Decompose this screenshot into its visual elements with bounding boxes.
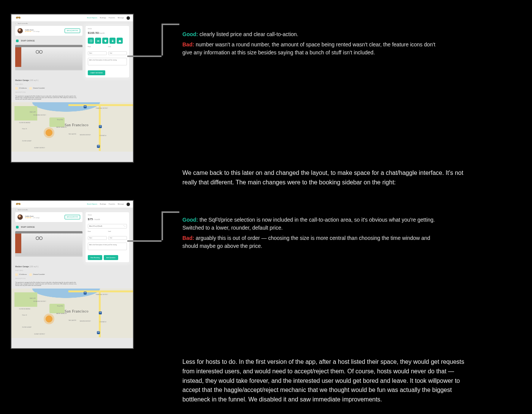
size-select[interactable]: About 50 sq ft (Small) ⌃⌄ bbox=[88, 224, 127, 228]
host-meta: Isabela Zarate ★★★★☆ 125 ratings bbox=[25, 216, 62, 219]
district-label: OUTER SUNSET bbox=[22, 327, 32, 328]
district-label: DOGPATCH bbox=[100, 321, 106, 323]
district-label: MISSION DISTRICT bbox=[80, 134, 91, 136]
map-area[interactable]: San Francisco SEA CLIFF RICHMOND DISTRIC… bbox=[11, 289, 133, 338]
feature-icon-row bbox=[88, 38, 127, 44]
good-label: Good: bbox=[182, 31, 198, 37]
feature-home-icon bbox=[117, 38, 123, 44]
district-label: FINANCIAL DISTRICT bbox=[96, 108, 108, 109]
district-label: HAIGHT ASHBURY bbox=[56, 127, 67, 128]
date-row: From Until bbox=[88, 46, 127, 56]
bike-icon bbox=[36, 49, 43, 53]
from-input[interactable] bbox=[88, 51, 107, 55]
chevron-left-icon: ‹ bbox=[15, 23, 17, 24]
listing-title-row: SNAP GARAGE bbox=[15, 38, 82, 45]
connector-line bbox=[162, 211, 179, 213]
street-label: Geary Blvd bbox=[57, 305, 63, 307]
logo-mustache-icon bbox=[14, 16, 22, 20]
mockup-version-1: Search Spaces Bookings Favorites Message… bbox=[11, 14, 134, 163]
nav-message[interactable]: Message bbox=[118, 203, 124, 205]
hwy-shield-icon: 280 bbox=[97, 145, 100, 148]
district-label: RICHMOND DISTRICT bbox=[33, 301, 46, 303]
nav-favorites[interactable]: Favorites bbox=[109, 203, 115, 205]
back-to-results-label: back to results bbox=[18, 22, 28, 25]
street-label: Fulton St bbox=[22, 314, 27, 316]
feature-climate: Climated Controlled bbox=[29, 273, 45, 276]
ask-question-button[interactable]: ASK A QUESTION bbox=[65, 215, 80, 219]
start-booking-button[interactable]: Start Booking bbox=[88, 255, 102, 260]
from-input[interactable] bbox=[88, 236, 107, 240]
nav-message[interactable]: Message bbox=[118, 17, 124, 19]
annotation-top: Good: clearly listed price and clear cal… bbox=[182, 30, 441, 59]
garage-icon bbox=[16, 40, 19, 42]
svg-rect-4 bbox=[112, 41, 113, 42]
feature-car-icon bbox=[95, 38, 101, 44]
feature-clock-icon bbox=[88, 38, 94, 44]
hwy-shield-icon: 101 bbox=[84, 105, 87, 108]
host-card: Isabela Zarate ★★★★☆ 125 ratings ASK A Q… bbox=[15, 212, 82, 222]
clock-icon bbox=[15, 273, 18, 276]
district-label: SUNSET DISTRICT bbox=[34, 147, 45, 149]
notes-textarea[interactable] bbox=[88, 58, 127, 65]
nav-bookings[interactable]: Bookings bbox=[100, 17, 106, 19]
avatar-icon[interactable] bbox=[127, 16, 130, 20]
nav-favorites[interactable]: Favorites bbox=[109, 17, 115, 19]
topbar: Search Spaces Bookings Favorites Message bbox=[11, 14, 133, 21]
notes-textarea[interactable] bbox=[88, 243, 127, 250]
ask-question-button-inline[interactable]: Ask Question bbox=[104, 255, 118, 260]
hwy-shield-icon: 101 bbox=[99, 311, 102, 314]
good-label: Good: bbox=[182, 217, 198, 223]
until-input[interactable] bbox=[108, 51, 127, 55]
description-label: DESCRIPTION bbox=[15, 278, 82, 280]
district-label: FINANCIAL DISTRICT bbox=[96, 294, 108, 296]
thermometer-icon bbox=[29, 273, 32, 276]
description-text: The apartment is equipped with all the f… bbox=[15, 282, 80, 286]
host-card: Isabela Zarate ★★★★☆ 125 ratings ASK A Q… bbox=[15, 26, 82, 36]
feature-24h: 24 hs Access bbox=[15, 273, 27, 276]
garage-icon bbox=[16, 226, 19, 228]
listing-title: SNAP GARAGE bbox=[21, 226, 35, 229]
price-value: $166.50/month bbox=[88, 31, 127, 35]
start-booking-button[interactable]: START BOOKING bbox=[88, 70, 105, 75]
nav-search-spaces[interactable]: Search Spaces bbox=[87, 203, 97, 205]
listing-title: SNAP GARAGE bbox=[21, 40, 35, 43]
host-rating-stars: ★★★★☆ 125 ratings bbox=[25, 217, 62, 219]
clock-icon bbox=[15, 87, 18, 90]
listing-left-column: Isabela Zarate ★★★★☆ 125 ratings ASK A Q… bbox=[15, 212, 82, 286]
district-label: THE CASTRO bbox=[68, 320, 76, 322]
nav-bookings[interactable]: Bookings bbox=[100, 203, 106, 205]
ask-question-button[interactable]: ASK A QUESTION bbox=[65, 29, 80, 33]
map-city-label: San Francisco bbox=[65, 308, 89, 314]
svg-point-3 bbox=[98, 41, 99, 41]
hwy-shield-icon: 101 bbox=[99, 125, 102, 128]
district-label: OUTER RICHMOND bbox=[19, 122, 30, 124]
until-label: Until bbox=[108, 46, 127, 48]
bad-label: Bad: bbox=[182, 235, 194, 241]
until-label: Until bbox=[108, 231, 127, 233]
district-label: SEA CLIFF bbox=[30, 111, 36, 113]
map-area[interactable]: San Francisco SEA CLIFF RICHMOND DISTRIC… bbox=[11, 102, 133, 152]
bad-label: Bad: bbox=[182, 41, 194, 48]
district-label: OUTER RICHMOND bbox=[19, 308, 30, 310]
topbar-nav: Search Spaces Bookings Favorites Message bbox=[87, 203, 130, 206]
listing-left-column: Isabela Zarate ★★★★☆ 125 ratings ASK A Q… bbox=[15, 26, 82, 100]
content-area: Isabela Zarate ★★★★☆ 125 ratings ASK A Q… bbox=[11, 26, 133, 102]
price-label: PRICE bbox=[88, 28, 127, 30]
street-label: Fulton St bbox=[22, 128, 27, 130]
connector-line bbox=[162, 24, 163, 56]
nav-search-spaces[interactable]: Search Spaces bbox=[87, 17, 97, 19]
svg-rect-1 bbox=[97, 41, 99, 41]
price-value: $75 / month bbox=[88, 217, 127, 222]
until-input[interactable] bbox=[108, 236, 127, 240]
avatar-icon[interactable] bbox=[127, 203, 130, 206]
district-label: THE CASTRO bbox=[68, 133, 76, 135]
back-to-results-link[interactable]: ‹ back to results bbox=[11, 21, 133, 26]
district-label: SEA CLIFF bbox=[30, 298, 36, 300]
district-label: MISSION DISTRICT bbox=[80, 320, 91, 322]
hwy-shield-icon: 101 bbox=[84, 292, 87, 295]
bike-icon bbox=[36, 235, 43, 240]
listing-image bbox=[15, 45, 82, 76]
back-to-results-link[interactable]: ‹ back to results bbox=[11, 208, 133, 212]
booking-card-v2: PRICE $75 / month About 50 sq ft (Small)… bbox=[86, 212, 129, 286]
chevron-left-icon: ‹ bbox=[15, 209, 17, 211]
